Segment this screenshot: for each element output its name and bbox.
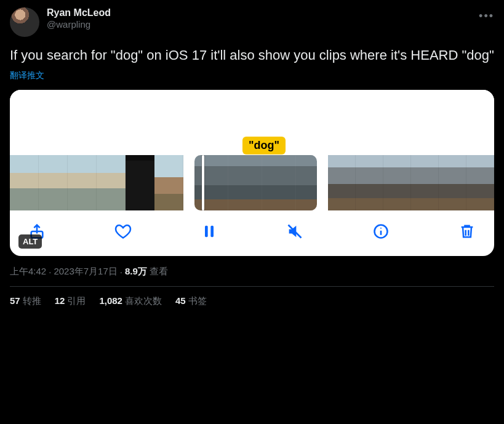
- video-thumb: [262, 155, 296, 210]
- clip-group-2[interactable]: [194, 155, 317, 210]
- video-thumb: [154, 155, 183, 210]
- bookmarks-label: 书签: [188, 295, 207, 306]
- views-count: 8.9万: [125, 266, 147, 278]
- quotes-label: 引用: [67, 295, 86, 306]
- video-thumb: [126, 155, 154, 210]
- playhead[interactable]: [202, 155, 204, 210]
- author-block[interactable]: Ryan McLeod @warpling: [47, 7, 111, 30]
- clip-group-3[interactable]: [328, 155, 494, 210]
- divider: [10, 286, 494, 287]
- bookmarks-count: 45: [175, 295, 186, 306]
- search-tag: "dog": [242, 137, 286, 154]
- tweet-time: 上午4:42: [10, 266, 46, 278]
- retweets-stat[interactable]: 57转推: [10, 295, 41, 307]
- video-thumb: [97, 155, 126, 210]
- tweet-meta[interactable]: 上午4:42 · 2023年7月17日 · 8.9万 查看: [10, 266, 494, 278]
- video-thumb: [10, 155, 39, 210]
- views-label: 查看: [150, 266, 168, 278]
- quotes-count: 12: [55, 295, 65, 306]
- media-toolbar: [10, 210, 494, 252]
- likes-stat[interactable]: 1,082喜欢次数: [99, 295, 162, 307]
- svg-rect-1: [205, 226, 208, 238]
- tweet-date: 2023年7月17日: [54, 266, 117, 278]
- info-icon[interactable]: [372, 223, 390, 240]
- likes-label: 喜欢次数: [125, 295, 162, 306]
- svg-point-6: [380, 228, 382, 229]
- mute-icon[interactable]: [286, 223, 303, 240]
- likes-count: 1,082: [99, 295, 122, 306]
- video-thumb: [383, 155, 411, 210]
- video-thumb: [439, 155, 466, 210]
- video-thumb: [296, 155, 317, 210]
- video-thumb: [228, 155, 262, 210]
- trash-icon[interactable]: [458, 223, 476, 240]
- quotes-stat[interactable]: 12引用: [55, 295, 86, 307]
- video-thumb: [39, 155, 68, 210]
- heart-icon[interactable]: [114, 223, 132, 240]
- display-name: Ryan McLeod: [47, 7, 111, 18]
- avatar[interactable]: [10, 7, 39, 37]
- tweet-container: Ryan McLeod @warpling ••• If you search …: [0, 0, 504, 316]
- pause-icon[interactable]: [201, 223, 218, 240]
- tweet-header: Ryan McLeod @warpling •••: [10, 7, 494, 37]
- svg-rect-2: [210, 226, 214, 238]
- filmstrip: [10, 155, 494, 210]
- media-card[interactable]: "dog": [10, 90, 494, 256]
- video-thumb: [68, 155, 97, 210]
- video-thumb: [328, 155, 356, 210]
- tweet-text: If you search for "dog" on iOS 17 it'll …: [10, 47, 494, 64]
- tweet-stats: 57转推 12引用 1,082喜欢次数 45书签: [10, 295, 494, 316]
- video-thumb: [466, 155, 494, 210]
- video-thumb: [356, 155, 383, 210]
- more-options-icon[interactable]: •••: [479, 10, 494, 23]
- media-upper: "dog": [10, 90, 494, 155]
- clip-group-1[interactable]: [10, 155, 183, 210]
- handle: @warpling: [47, 19, 111, 30]
- translate-link[interactable]: 翻译推文: [10, 70, 44, 81]
- retweets-count: 57: [10, 295, 20, 306]
- alt-badge[interactable]: ALT: [18, 234, 42, 249]
- video-thumb: [411, 155, 439, 210]
- retweets-label: 转推: [23, 295, 41, 306]
- bookmarks-stat[interactable]: 45书签: [175, 295, 207, 307]
- video-thumb: [194, 155, 228, 210]
